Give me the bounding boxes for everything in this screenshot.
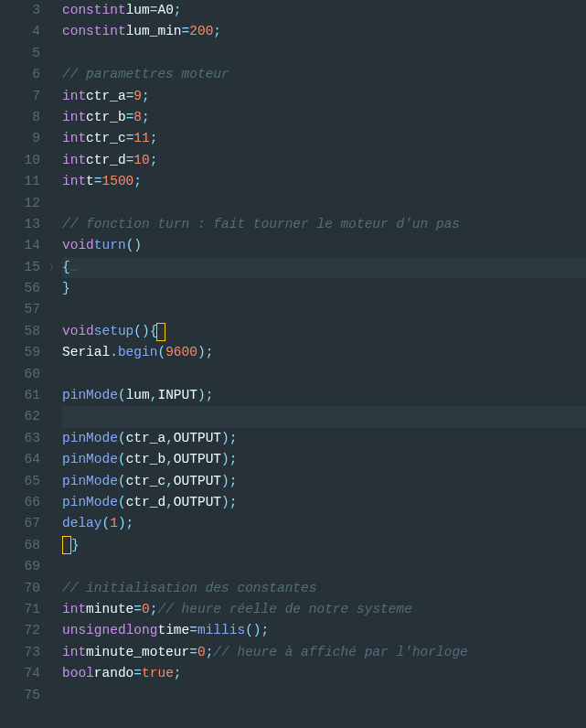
code-line[interactable]: delay(1);: [62, 513, 586, 534]
code-line[interactable]: const int lum=A0;: [62, 0, 586, 21]
line-number: 64: [0, 449, 40, 470]
fold-cell: [48, 406, 60, 427]
line-number: 7: [0, 86, 40, 107]
fold-cell: [48, 535, 60, 556]
code-line[interactable]: pinMode(lum,INPUT);: [62, 385, 586, 406]
fold-cell: [48, 128, 60, 149]
code-line[interactable]: }: [62, 535, 586, 556]
code-line[interactable]: pinMode(ctr_c,OUTPUT);: [62, 471, 586, 492]
fold-cell: [48, 150, 60, 171]
line-number: 68: [0, 535, 40, 556]
fold-cell: [48, 299, 60, 320]
line-number: 60: [0, 364, 40, 385]
code-line[interactable]: int t=1500;: [62, 171, 586, 192]
code-editor[interactable]: 3456789101112131415565758596061626364656…: [0, 0, 586, 728]
fold-cell: [48, 171, 60, 192]
fold-cell: [48, 278, 60, 299]
code-line[interactable]: Serial.begin(9600);: [62, 342, 586, 363]
code-line[interactable]: [62, 685, 586, 706]
line-number: 62: [0, 406, 40, 427]
fold-cell: [48, 385, 60, 406]
code-line[interactable]: [62, 43, 586, 64]
line-number: 14: [0, 235, 40, 256]
code-line[interactable]: [62, 299, 586, 320]
fold-cell: [48, 107, 60, 128]
code-line[interactable]: int ctr_a =9;: [62, 86, 586, 107]
fold-cell: [48, 321, 60, 342]
line-number: 58: [0, 321, 40, 342]
fold-cell: [48, 428, 60, 449]
fold-cell: [48, 364, 60, 385]
line-number-gutter: 3456789101112131415565758596061626364656…: [0, 0, 48, 728]
fold-cell: [48, 193, 60, 214]
fold-cell: [48, 642, 60, 663]
line-number: 65: [0, 471, 40, 492]
line-number: 10: [0, 150, 40, 171]
line-number: 75: [0, 685, 40, 706]
code-line[interactable]: // fonction turn : fait tourner le moteu…: [62, 214, 586, 235]
code-line[interactable]: int ctr_c =11;: [62, 128, 586, 149]
line-number: 13: [0, 214, 40, 235]
fold-cell: [48, 513, 60, 534]
code-line[interactable]: const int lum_min=200;: [62, 21, 586, 42]
line-number: 4: [0, 21, 40, 42]
code-line[interactable]: [62, 406, 586, 427]
line-number: 74: [0, 663, 40, 684]
line-number: 72: [0, 620, 40, 641]
fold-column[interactable]: 〉: [48, 0, 60, 728]
line-number: 70: [0, 578, 40, 599]
fold-cell: [48, 492, 60, 513]
code-line[interactable]: unsigned long time = millis();: [62, 620, 586, 641]
line-number: 61: [0, 385, 40, 406]
fold-cell: [48, 663, 60, 684]
fold-cell: [48, 43, 60, 64]
line-number: 69: [0, 556, 40, 577]
line-number: 67: [0, 513, 40, 534]
fold-cell: [48, 685, 60, 706]
fold-cell: [48, 86, 60, 107]
line-number: 56: [0, 278, 40, 299]
line-number: 5: [0, 43, 40, 64]
code-line[interactable]: int minute_moteur=0; // heure à affiché …: [62, 642, 586, 663]
code-line[interactable]: [62, 193, 586, 214]
fold-cell: [48, 342, 60, 363]
code-line[interactable]: // initialisation des constantes: [62, 578, 586, 599]
code-line[interactable]: int ctr_d =10;: [62, 150, 586, 171]
fold-cell: [48, 471, 60, 492]
line-number: 73: [0, 642, 40, 663]
chevron-right-icon: 〉: [48, 258, 59, 279]
line-number: 57: [0, 299, 40, 320]
code-line[interactable]: [62, 364, 586, 385]
fold-cell: [48, 449, 60, 470]
fold-toggle-icon[interactable]: 〉: [48, 257, 60, 278]
fold-cell: [48, 556, 60, 577]
line-number: 66: [0, 492, 40, 513]
code-line[interactable]: int minute=0; // heure réelle de notre s…: [62, 599, 586, 620]
line-number: 12: [0, 193, 40, 214]
fold-cell: [48, 599, 60, 620]
code-line[interactable]: [62, 556, 586, 577]
line-number: 3: [0, 0, 40, 21]
code-line[interactable]: { …: [62, 257, 586, 278]
code-line[interactable]: pinMode(ctr_b,OUTPUT);: [62, 449, 586, 470]
code-line[interactable]: void setup() {: [62, 321, 586, 342]
fold-cell: [48, 578, 60, 599]
fold-cell: [48, 64, 60, 85]
line-number: 15: [0, 257, 40, 278]
code-line[interactable]: // paramettres moteur: [62, 64, 586, 85]
line-number: 8: [0, 107, 40, 128]
code-line[interactable]: pinMode(ctr_a,OUTPUT);: [62, 428, 586, 449]
code-line[interactable]: }: [62, 278, 586, 299]
code-line[interactable]: bool rando = true;: [62, 663, 586, 684]
fold-cell: [48, 620, 60, 641]
code-line[interactable]: int ctr_b =8;: [62, 107, 586, 128]
line-number: 9: [0, 128, 40, 149]
fold-cell: [48, 0, 60, 21]
line-number: 11: [0, 171, 40, 192]
code-line[interactable]: pinMode(ctr_d,OUTPUT);: [62, 492, 586, 513]
fold-cell: [48, 214, 60, 235]
code-line[interactable]: void turn (): [62, 235, 586, 256]
line-number: 59: [0, 342, 40, 363]
code-content[interactable]: const int lum=A0;const int lum_min=200;/…: [60, 0, 586, 728]
fold-cell: [48, 235, 60, 256]
